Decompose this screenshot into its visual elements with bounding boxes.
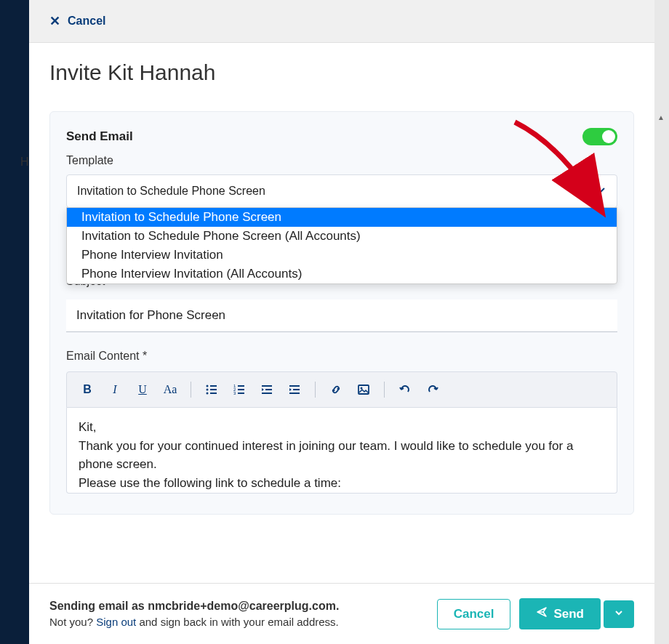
email-line: Thank you for your continued interest in…: [79, 437, 605, 474]
sign-out-link[interactable]: Sign out: [96, 616, 136, 628]
modal-body: Send Email Template Invitation to Schedu…: [29, 97, 654, 583]
toggle-knob: [602, 130, 615, 143]
template-select-wrap: Invitation to Schedule Phone Screen Invi…: [66, 174, 617, 208]
sending-email: nmcbride+demo@careerplug.com: [148, 600, 336, 612]
sending-as-text: Sending email as nmcbride+demo@careerplu…: [49, 600, 339, 613]
svg-rect-18: [358, 385, 369, 394]
fontsize-button[interactable]: Aa: [159, 379, 182, 400]
svg-rect-12: [262, 385, 272, 387]
svg-point-0: [207, 385, 209, 387]
redo-button[interactable]: [421, 379, 444, 400]
svg-rect-11: [238, 393, 244, 394]
send-email-label: Send Email: [66, 129, 133, 144]
editor-toolbar: B I U Aa 123: [66, 371, 617, 408]
dropdown-option[interactable]: Phone Interview Invitation (All Accounts…: [67, 265, 617, 283]
modal-header: Invite Kit Hannah: [29, 43, 654, 97]
email-content-editor[interactable]: Kit, Thank you for your continued intere…: [66, 408, 617, 494]
dropdown-option[interactable]: Phone Interview Invitation: [67, 246, 617, 265]
underline-button[interactable]: U: [131, 379, 154, 400]
background-letter: H: [20, 156, 29, 169]
svg-rect-5: [210, 393, 217, 394]
svg-point-4: [207, 393, 209, 395]
subject-input[interactable]: [66, 299, 617, 332]
send-dropdown-button[interactable]: [604, 600, 634, 628]
footer-right: Cancel Send: [437, 598, 634, 629]
send-icon: [536, 606, 548, 621]
email-line: Please use the following link to schedul…: [79, 474, 605, 493]
svg-rect-17: [289, 393, 300, 394]
not-you-suffix: and sign back in with your email address…: [136, 616, 338, 628]
cancel-button[interactable]: Cancel: [437, 599, 511, 629]
template-label: Template: [66, 154, 617, 167]
toolbar-separator: [384, 382, 385, 398]
page-title: Invite Kit Hannah: [49, 60, 634, 85]
bullet-list-button[interactable]: [200, 379, 223, 400]
template-select[interactable]: Invitation to Schedule Phone Screen: [66, 174, 617, 208]
svg-rect-9: [238, 389, 244, 390]
undo-button[interactable]: [393, 379, 417, 400]
svg-rect-16: [293, 389, 300, 390]
svg-point-2: [207, 389, 209, 391]
email-greeting: Kit,: [79, 418, 605, 437]
italic-button[interactable]: I: [103, 379, 127, 400]
template-selected-value: Invitation to Schedule Phone Screen: [77, 185, 265, 198]
indent-button[interactable]: [283, 379, 306, 400]
svg-rect-1: [210, 385, 217, 387]
close-icon: ✕: [49, 13, 60, 29]
toolbar-separator: [191, 382, 191, 398]
email-content-label: Email Content *: [66, 350, 617, 363]
send-email-toggle[interactable]: [582, 128, 617, 145]
svg-rect-7: [238, 385, 244, 387]
sending-suffix: .: [336, 600, 339, 612]
outdent-button[interactable]: [255, 379, 279, 400]
modal-top-bar: ✕ Cancel: [29, 0, 654, 43]
template-dropdown: Invitation to Schedule Phone Screen Invi…: [66, 207, 617, 284]
footer-left: Sending email as nmcbride+demo@careerplu…: [49, 600, 339, 628]
svg-rect-15: [289, 385, 300, 387]
toolbar-separator: [315, 382, 316, 398]
send-email-row: Send Email: [66, 128, 617, 145]
image-button[interactable]: [352, 379, 375, 400]
dropdown-option[interactable]: Invitation to Schedule Phone Screen (All…: [67, 227, 617, 246]
send-button[interactable]: Send: [519, 598, 601, 629]
background-dark-strip: [0, 0, 29, 644]
sending-prefix: Sending email as: [49, 600, 148, 612]
svg-rect-13: [265, 389, 272, 390]
invite-modal: ✕ Cancel Invite Kit Hannah Send Email Te…: [29, 0, 654, 644]
svg-rect-14: [262, 393, 272, 394]
modal-footer: Sending email as nmcbride+demo@careerplu…: [29, 583, 654, 644]
send-button-label: Send: [553, 607, 584, 621]
email-card: Send Email Template Invitation to Schedu…: [49, 111, 634, 515]
not-you-prefix: Not you?: [49, 616, 96, 628]
scroll-up-arrow-icon[interactable]: ▲: [657, 113, 665, 121]
numbered-list-button[interactable]: 123: [228, 379, 251, 400]
bold-button[interactable]: B: [76, 379, 99, 400]
dropdown-option[interactable]: Invitation to Schedule Phone Screen: [67, 208, 617, 227]
email-line: [schedule_url]: [79, 492, 605, 494]
link-button[interactable]: [324, 379, 348, 400]
not-you-text: Not you? Sign out and sign back in with …: [49, 616, 339, 628]
chevron-down-icon: [595, 184, 606, 198]
svg-text:3: 3: [233, 391, 236, 395]
cancel-link[interactable]: ✕ Cancel: [49, 13, 105, 29]
svg-rect-3: [210, 389, 217, 390]
cancel-link-label: Cancel: [68, 15, 105, 28]
